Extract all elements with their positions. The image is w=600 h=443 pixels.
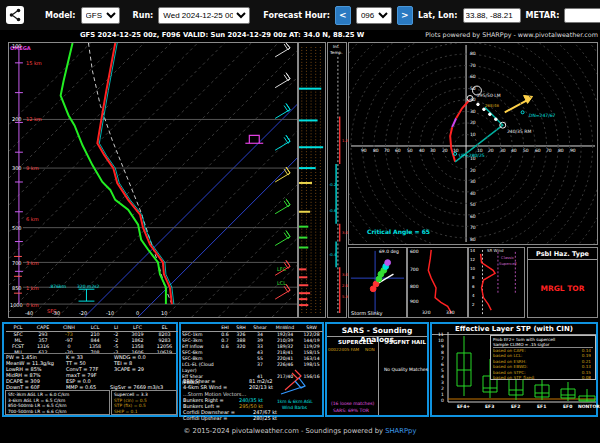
- shape: [281, 378, 305, 394]
- label: 70: [546, 149, 552, 154]
- temp-advection-panel: Inf.Temp.1.2-0.2-0.63.0-0.43.02.65.3: [327, 42, 347, 318]
- table-cell: 0.08: [569, 375, 591, 380]
- forecast-hour-next-button[interactable]: >: [397, 6, 413, 25]
- label: 3: [441, 381, 444, 386]
- latlon-label: Lat, Lon:: [418, 11, 458, 20]
- label: MMP = 0.65: [66, 385, 96, 390]
- label: -30: [52, 311, 60, 316]
- sharppy-link[interactable]: SHARPpy: [385, 427, 416, 435]
- shape: [275, 231, 290, 246]
- shape: [9, 43, 171, 205]
- forecast-hour-label: Forecast Hour:: [263, 11, 330, 20]
- label: 10: [470, 267, 475, 271]
- label: 9 km: [26, 166, 39, 171]
- share-icon: [6, 6, 24, 24]
- label: 600: [410, 250, 419, 255]
- run-select[interactable]: Wed 2024-12-25 00z: [158, 7, 250, 24]
- wind-profile-panel: [298, 42, 326, 318]
- label: 7: [441, 357, 444, 362]
- marker: [483, 108, 486, 111]
- shape: [428, 250, 451, 313]
- label: EF3: [485, 405, 494, 410]
- label: 70: [384, 149, 390, 154]
- shape: [9, 43, 90, 124]
- label: 1km & 6km AGL: [277, 400, 313, 404]
- sounding-title: GFS 2024-12-25 00z, F096 VALID: Sun 2024…: [80, 31, 364, 39]
- label: DownT = 60F: [6, 385, 40, 390]
- label: 15 km: [26, 61, 42, 66]
- sr-wind-plot: [469, 248, 524, 317]
- label: 11: [438, 333, 444, 338]
- marker: [495, 118, 498, 121]
- label: 60: [470, 215, 476, 220]
- table-row: based on STP_fixed:0.08: [493, 375, 593, 380]
- label: 70: [470, 64, 476, 69]
- marker: [489, 113, 492, 116]
- label: Wind Barbs: [282, 406, 307, 410]
- label: 1: [441, 393, 444, 398]
- label: 0 km: [26, 303, 39, 308]
- shape: [138, 158, 297, 317]
- label: 20: [470, 121, 476, 126]
- latlon-input[interactable]: [463, 8, 521, 23]
- table-cell: EL: [151, 325, 178, 331]
- model-select[interactable]: GFS: [81, 7, 120, 24]
- thermo-stats-box: PCLCAPECINHLCLLILFCELSFC293-73210-230198…: [2, 322, 178, 417]
- label: 30: [470, 180, 476, 185]
- shape: [275, 104, 290, 119]
- label: 12: [470, 258, 475, 262]
- label: 40: [419, 149, 425, 154]
- label: Storm Slinky: [351, 311, 382, 316]
- hazard-title: Psbl Haz. Type: [528, 250, 597, 258]
- label: 10: [470, 133, 476, 138]
- run-label: Run:: [133, 11, 154, 20]
- label: 12 km: [26, 117, 42, 122]
- shape: [58, 78, 297, 317]
- shape: [456, 99, 470, 118]
- label: Classic: [501, 256, 514, 260]
- label: NON: [365, 348, 375, 352]
- label: 6 km: [26, 217, 39, 222]
- footer: © 2015-2024 pivotalweather.com - Soundin…: [0, 427, 600, 435]
- label: Sfc-3km AGL LR = 6.0 C/km: [8, 393, 69, 397]
- label: 900: [410, 300, 419, 305]
- toolbar: Model: GFS Run: Wed 2024-12-25 00z Forec…: [0, 0, 600, 30]
- label: Supercell: [499, 262, 517, 266]
- label: 8: [441, 351, 444, 356]
- label: Corfidi Upshear =: [183, 416, 228, 421]
- label: EF4+: [457, 405, 470, 410]
- shape: [165, 185, 297, 317]
- label: 4-6km SR Wind =: [183, 385, 227, 390]
- label: -10: [106, 311, 114, 316]
- table-cell: CAPE: [30, 325, 56, 331]
- label: LCL: [277, 281, 286, 286]
- label: 80: [373, 149, 379, 154]
- share-button[interactable]: [6, 6, 24, 24]
- metar-input[interactable]: [564, 8, 600, 23]
- label: .876km: [49, 285, 66, 290]
- label: 300: [12, 166, 22, 171]
- forecast-hour-prev-button[interactable]: <: [335, 6, 351, 25]
- label: 100: [12, 44, 22, 49]
- label: 40: [511, 149, 517, 154]
- label: 00022405 FAM: [328, 348, 359, 352]
- storm-slinky-plot: [349, 248, 406, 317]
- parcel-table: PCLCAPECINHLCLLILFCELSFC293-73210-230198…: [6, 325, 178, 356]
- label: 0: [441, 399, 444, 404]
- title-bar: GFS 2024-12-25 00z, F096 VALID: Sun 2024…: [0, 31, 600, 41]
- table-cell: based on STP_fixed:: [493, 375, 569, 380]
- label: 500: [12, 226, 22, 231]
- composite-indices-box: Supercell = 3.3STP (cin) = 0.5STP (fix) …: [111, 390, 177, 415]
- table-cell: LI: [108, 325, 124, 331]
- label: Inf.: [333, 45, 339, 49]
- label: 200: [12, 117, 22, 122]
- forecast-hour-select[interactable]: 096: [356, 7, 392, 24]
- table-cell: PCL: [6, 325, 30, 331]
- label: Temp.: [330, 51, 343, 55]
- label: 30: [500, 149, 506, 154]
- label: 5: [441, 369, 444, 374]
- label: UP=280/25: [459, 154, 485, 159]
- label: 50: [470, 203, 476, 208]
- label: 30: [470, 110, 476, 115]
- label: SUPERCELL: [338, 340, 373, 346]
